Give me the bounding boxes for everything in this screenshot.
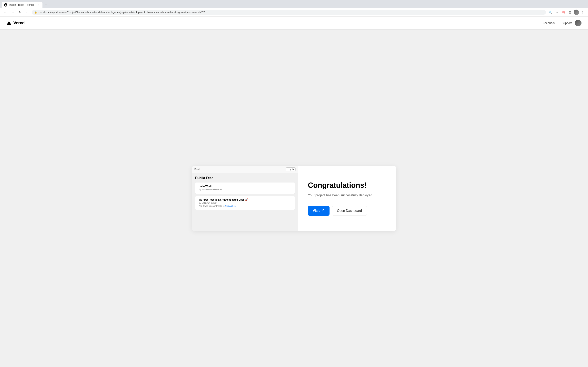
support-link[interactable]: Support (562, 21, 572, 25)
vercel-header: Vercel Feedback Support (0, 17, 588, 30)
page-content: Vercel Feedback Support Feed Log in Publ… (0, 17, 588, 367)
preview-pane: Feed Log in Public Feed Hello World By M… (192, 166, 298, 231)
dashboard-button[interactable]: Open Dashboard (332, 206, 367, 216)
browser-toolbar: ← → ↻ ⌂ 🔒 vercel.com/import/success?proj… (0, 8, 588, 17)
preview-content: Public Feed Hello World By Mahmoud Abdel… (192, 173, 298, 231)
active-tab: Import Project – Vercel × (2, 2, 43, 8)
preview-heading: Public Feed (195, 176, 295, 180)
success-subtitle: Your project has been successfully deplo… (308, 193, 386, 198)
bookmark-button[interactable]: ☆ (554, 9, 560, 15)
lock-icon: 🔒 (34, 11, 37, 14)
browser-chrome: Import Project – Vercel × + ← → ↻ ⌂ 🔒 ve… (0, 0, 588, 17)
preview-card-2-body-suffix: . (236, 205, 236, 207)
reload-button[interactable]: ↻ (17, 9, 23, 15)
preview-browser: Feed Log in Public Feed Hello World By M… (192, 166, 298, 231)
success-pane: Congratulations! Your project has been s… (298, 166, 396, 231)
success-container: Feed Log in Public Feed Hello World By M… (192, 166, 396, 231)
nextauth-link[interactable]: NextAuth.js (225, 205, 236, 207)
preview-card-1-title: Hello World (199, 185, 291, 188)
preview-card-2-title: My First Post as an Authenticated User 🚀 (199, 198, 291, 201)
preview-card-2: My First Post as an Authenticated User 🚀… (195, 196, 295, 210)
main-content: Feed Log in Public Feed Hello World By M… (0, 30, 588, 367)
preview-card-1: Hello World By Mahmoud Abdelwahab (195, 182, 295, 194)
tab-title: Import Project – Vercel (9, 3, 35, 6)
success-title: Congratulations! (308, 181, 386, 190)
preview-topbar: Feed Log in (192, 166, 298, 173)
header-avatar[interactable] (575, 20, 581, 26)
tab-close-button[interactable]: × (37, 3, 40, 7)
profile-avatar[interactable] (574, 9, 579, 15)
preview-card-1-author: By Mahmoud Abdelwahab (199, 188, 291, 191)
forward-button[interactable]: → (10, 9, 16, 15)
new-tab-button[interactable]: + (43, 2, 49, 8)
visit-button-label: Visit (313, 209, 320, 213)
cast-button[interactable]: ▤ (567, 9, 573, 15)
back-button[interactable]: ← (2, 9, 8, 15)
feedback-button[interactable]: Feedback (540, 20, 558, 26)
home-button[interactable]: ⌂ (25, 9, 30, 15)
preview-login-button[interactable]: Log in (286, 167, 296, 171)
preview-feed-label: Feed (194, 168, 199, 170)
zoom-button[interactable]: 🔍 (548, 9, 553, 15)
preview-card-2-body-text: And it was so easy thanks to (199, 205, 225, 207)
preview-card-2-body: And it was so easy thanks to NextAuth.js… (199, 205, 291, 207)
vercel-triangle-icon (7, 21, 11, 25)
tab-bar: Import Project – Vercel × + (0, 0, 588, 8)
success-actions: Visit Open Dashboard (308, 206, 386, 216)
menu-button[interactable]: ⋮ (580, 9, 586, 15)
vercel-logo-text: Vercel (13, 21, 26, 25)
extensions-button[interactable]: 🧠 (561, 9, 566, 15)
external-link-icon (321, 209, 325, 213)
toolbar-right: 🔍 ☆ 🧠 ▤ ⋮ (548, 9, 586, 15)
preview-card-2-author: By Unknown author (199, 202, 291, 204)
address-bar[interactable]: 🔒 vercel.com/import/success?projectName=… (32, 10, 546, 15)
svg-marker-0 (5, 4, 7, 6)
url-text: vercel.com/import/success?projectName=ma… (38, 11, 208, 14)
vercel-logo[interactable]: Vercel (7, 21, 26, 25)
visit-button[interactable]: Visit (308, 206, 329, 216)
tab-favicon (4, 3, 7, 7)
header-right: Feedback Support (540, 20, 581, 26)
